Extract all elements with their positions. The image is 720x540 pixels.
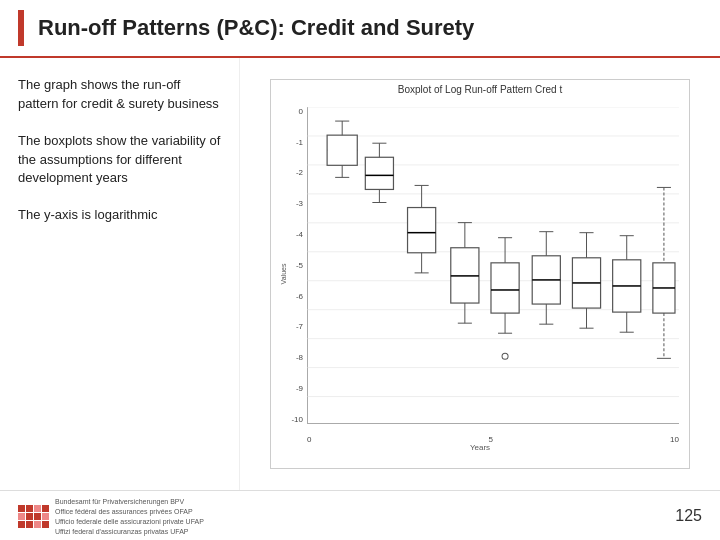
y-axis-labels: 0 -1 -2 -3 -4 -5 -6 -7 -8 -9 -10	[271, 107, 307, 424]
chart-panel: Boxplot of Log Run-off Pattern Cred t 0 …	[240, 58, 720, 490]
sq2	[26, 505, 33, 512]
footer-org-names: Bundesamt für Privatversicherungen BPV O…	[55, 497, 204, 536]
slide-title: Run-off Patterns (P&C): Credit and Suret…	[38, 15, 474, 41]
footer: Bundesamt für Privatversicherungen BPV O…	[0, 490, 720, 540]
x-label-10: 10	[670, 435, 679, 444]
org-name-2: Office fédéral des assurances privées OF…	[55, 507, 204, 516]
y-label-6: -6	[296, 292, 303, 301]
svg-point-42	[502, 353, 508, 359]
org-name-1: Bundesamt für Privatversicherungen BPV	[55, 497, 204, 506]
sq1	[18, 505, 25, 512]
y-label-7: -7	[296, 322, 303, 331]
footer-logo-area: Bundesamt für Privatversicherungen BPV O…	[18, 497, 204, 536]
bullet-1: The graph shows the run-off pattern for …	[18, 76, 223, 114]
y-label-10: -10	[291, 415, 303, 424]
x-axis-label: Years	[470, 443, 490, 452]
sq12	[42, 521, 49, 528]
y-label-3: -3	[296, 199, 303, 208]
y-label-2: -2	[296, 168, 303, 177]
org-name-3: Ufficio federale delle assicurazioni pri…	[55, 517, 204, 526]
title-accent-bar	[18, 10, 24, 46]
page-number: 125	[675, 507, 702, 525]
svg-rect-18	[365, 157, 393, 189]
sq4	[42, 505, 49, 512]
logo-squares	[18, 505, 49, 528]
bullet-3: The y-axis is logarithmic	[18, 206, 223, 225]
sq10	[26, 521, 33, 528]
left-panel: The graph shows the run-off pattern for …	[0, 58, 240, 490]
chart-area: 0 -1 -2 -3 -4 -5 -6 -7 -8 -9 -10	[271, 97, 689, 452]
bullet-2: The boxplots show the variability of the…	[18, 132, 223, 189]
org-name-4: Uffizi federal d'assicuranzas privatas U…	[55, 527, 204, 536]
sq3	[34, 505, 41, 512]
svg-rect-13	[327, 135, 357, 165]
y-axis-label: Values	[280, 264, 287, 285]
y-label-5: -5	[296, 261, 303, 270]
sq7	[34, 513, 41, 520]
y-label-1: -1	[296, 138, 303, 147]
x-axis-labels: 0 5 10	[307, 435, 679, 444]
sq6	[26, 513, 33, 520]
chart-title: Boxplot of Log Run-off Pattern Cred t	[271, 84, 689, 95]
sq8	[42, 513, 49, 520]
chart-container: Boxplot of Log Run-off Pattern Cred t 0 …	[270, 79, 690, 469]
boxplots-svg	[307, 107, 679, 426]
sq11	[34, 521, 41, 528]
y-label-0: 0	[299, 107, 303, 116]
y-label-4: -4	[296, 230, 303, 239]
sq9	[18, 521, 25, 528]
y-label-8: -8	[296, 353, 303, 362]
y-label-9: -9	[296, 384, 303, 393]
svg-rect-24	[408, 207, 436, 252]
sq5	[18, 513, 25, 520]
svg-rect-36	[491, 263, 519, 313]
x-label-0: 0	[307, 435, 311, 444]
